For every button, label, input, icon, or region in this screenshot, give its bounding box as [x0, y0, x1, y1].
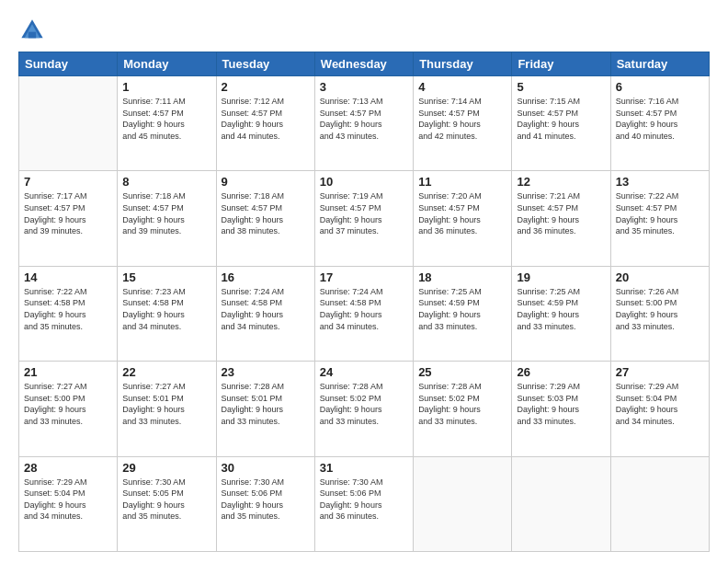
- day-info: Sunrise: 7:22 AM Sunset: 4:58 PM Dayligh…: [24, 286, 112, 332]
- day-cell: 24Sunrise: 7:28 AM Sunset: 5:02 PM Dayli…: [314, 362, 413, 456]
- day-cell: 9Sunrise: 7:18 AM Sunset: 4:57 PM Daylig…: [216, 171, 314, 266]
- day-number: 19: [517, 270, 605, 284]
- day-cell: 23Sunrise: 7:28 AM Sunset: 5:01 PM Dayli…: [216, 362, 314, 456]
- day-cell: 25Sunrise: 7:28 AM Sunset: 5:02 PM Dayli…: [414, 362, 512, 456]
- day-cell: 21Sunrise: 7:27 AM Sunset: 5:00 PM Dayli…: [19, 362, 118, 456]
- day-number: 30: [222, 461, 310, 475]
- day-cell: 28Sunrise: 7:29 AM Sunset: 5:04 PM Dayli…: [19, 456, 118, 551]
- weekday-header-wednesday: Wednesday: [314, 52, 413, 76]
- day-number: 21: [24, 365, 112, 379]
- day-info: Sunrise: 7:25 AM Sunset: 4:59 PM Dayligh…: [517, 286, 605, 332]
- weekday-header-monday: Monday: [118, 52, 216, 76]
- day-cell: 30Sunrise: 7:30 AM Sunset: 5:06 PM Dayli…: [216, 456, 314, 551]
- day-number: 27: [616, 365, 704, 379]
- day-number: 23: [222, 365, 310, 379]
- day-number: 22: [122, 365, 210, 379]
- day-cell: 1Sunrise: 7:11 AM Sunset: 4:57 PM Daylig…: [118, 76, 216, 171]
- day-info: Sunrise: 7:22 AM Sunset: 4:57 PM Dayligh…: [616, 190, 704, 236]
- day-number: 9: [222, 175, 310, 189]
- day-cell: 27Sunrise: 7:29 AM Sunset: 5:04 PM Dayli…: [610, 362, 709, 456]
- day-cell: [512, 456, 610, 551]
- day-cell: 8Sunrise: 7:18 AM Sunset: 4:57 PM Daylig…: [118, 171, 216, 266]
- day-number: 14: [24, 270, 112, 284]
- logo: [18, 17, 50, 44]
- day-info: Sunrise: 7:29 AM Sunset: 5:04 PM Dayligh…: [24, 477, 112, 523]
- day-number: 31: [320, 461, 408, 475]
- day-cell: 14Sunrise: 7:22 AM Sunset: 4:58 PM Dayli…: [19, 266, 118, 361]
- calendar-table: SundayMondayTuesdayWednesdayThursdayFrid…: [18, 52, 710, 552]
- day-info: Sunrise: 7:17 AM Sunset: 4:57 PM Dayligh…: [24, 190, 112, 236]
- day-info: Sunrise: 7:28 AM Sunset: 5:02 PM Dayligh…: [418, 381, 506, 427]
- day-info: Sunrise: 7:19 AM Sunset: 4:57 PM Dayligh…: [320, 190, 408, 236]
- weekday-header-tuesday: Tuesday: [216, 52, 314, 76]
- logo-icon: [18, 17, 46, 44]
- day-info: Sunrise: 7:11 AM Sunset: 4:57 PM Dayligh…: [122, 96, 210, 142]
- day-info: Sunrise: 7:12 AM Sunset: 4:57 PM Dayligh…: [222, 96, 310, 142]
- day-cell: 5Sunrise: 7:15 AM Sunset: 4:57 PM Daylig…: [512, 76, 610, 171]
- day-number: 6: [616, 80, 704, 94]
- header: [18, 17, 710, 44]
- day-info: Sunrise: 7:27 AM Sunset: 5:00 PM Dayligh…: [24, 381, 112, 427]
- day-cell: 31Sunrise: 7:30 AM Sunset: 5:06 PM Dayli…: [314, 456, 413, 551]
- day-cell: 17Sunrise: 7:24 AM Sunset: 4:58 PM Dayli…: [314, 266, 413, 361]
- day-number: 24: [320, 365, 408, 379]
- week-row-3: 14Sunrise: 7:22 AM Sunset: 4:58 PM Dayli…: [19, 266, 710, 361]
- day-cell: [610, 456, 709, 551]
- day-info: Sunrise: 7:23 AM Sunset: 4:58 PM Dayligh…: [122, 286, 210, 332]
- day-number: 12: [517, 175, 605, 189]
- day-number: 11: [418, 175, 506, 189]
- day-cell: 19Sunrise: 7:25 AM Sunset: 4:59 PM Dayli…: [512, 266, 610, 361]
- day-info: Sunrise: 7:28 AM Sunset: 5:01 PM Dayligh…: [222, 381, 310, 427]
- day-number: 29: [122, 461, 210, 475]
- day-info: Sunrise: 7:29 AM Sunset: 5:04 PM Dayligh…: [616, 381, 704, 427]
- day-info: Sunrise: 7:25 AM Sunset: 4:59 PM Dayligh…: [418, 286, 506, 332]
- day-info: Sunrise: 7:14 AM Sunset: 4:57 PM Dayligh…: [418, 96, 506, 142]
- day-info: Sunrise: 7:26 AM Sunset: 5:00 PM Dayligh…: [616, 286, 704, 332]
- day-info: Sunrise: 7:20 AM Sunset: 4:57 PM Dayligh…: [418, 190, 506, 236]
- day-cell: 16Sunrise: 7:24 AM Sunset: 4:58 PM Dayli…: [216, 266, 314, 361]
- day-number: 2: [222, 80, 310, 94]
- day-info: Sunrise: 7:16 AM Sunset: 4:57 PM Dayligh…: [616, 96, 704, 142]
- weekday-header-row: SundayMondayTuesdayWednesdayThursdayFrid…: [19, 52, 710, 76]
- week-row-1: 1Sunrise: 7:11 AM Sunset: 4:57 PM Daylig…: [19, 76, 710, 171]
- day-info: Sunrise: 7:18 AM Sunset: 4:57 PM Dayligh…: [222, 190, 310, 236]
- day-number: 17: [320, 270, 408, 284]
- day-number: 13: [616, 175, 704, 189]
- day-number: 16: [222, 270, 310, 284]
- day-info: Sunrise: 7:24 AM Sunset: 4:58 PM Dayligh…: [222, 286, 310, 332]
- day-cell: 26Sunrise: 7:29 AM Sunset: 5:03 PM Dayli…: [512, 362, 610, 456]
- day-cell: 11Sunrise: 7:20 AM Sunset: 4:57 PM Dayli…: [414, 171, 512, 266]
- weekday-header-friday: Friday: [512, 52, 610, 76]
- day-info: Sunrise: 7:27 AM Sunset: 5:01 PM Dayligh…: [122, 381, 210, 427]
- day-info: Sunrise: 7:15 AM Sunset: 4:57 PM Dayligh…: [517, 96, 605, 142]
- day-info: Sunrise: 7:13 AM Sunset: 4:57 PM Dayligh…: [320, 96, 408, 142]
- day-number: 10: [320, 175, 408, 189]
- day-info: Sunrise: 7:30 AM Sunset: 5:06 PM Dayligh…: [320, 477, 408, 523]
- day-info: Sunrise: 7:29 AM Sunset: 5:03 PM Dayligh…: [517, 381, 605, 427]
- day-number: 20: [616, 270, 704, 284]
- day-info: Sunrise: 7:21 AM Sunset: 4:57 PM Dayligh…: [517, 190, 605, 236]
- day-info: Sunrise: 7:24 AM Sunset: 4:58 PM Dayligh…: [320, 286, 408, 332]
- week-row-4: 21Sunrise: 7:27 AM Sunset: 5:00 PM Dayli…: [19, 362, 710, 456]
- day-cell: 15Sunrise: 7:23 AM Sunset: 4:58 PM Dayli…: [118, 266, 216, 361]
- day-cell: 7Sunrise: 7:17 AM Sunset: 4:57 PM Daylig…: [19, 171, 118, 266]
- day-number: 25: [418, 365, 506, 379]
- day-cell: 10Sunrise: 7:19 AM Sunset: 4:57 PM Dayli…: [314, 171, 413, 266]
- weekday-header-saturday: Saturday: [610, 52, 709, 76]
- day-cell: 20Sunrise: 7:26 AM Sunset: 5:00 PM Dayli…: [610, 266, 709, 361]
- day-cell: 13Sunrise: 7:22 AM Sunset: 4:57 PM Dayli…: [610, 171, 709, 266]
- day-cell: [19, 76, 118, 171]
- page: SundayMondayTuesdayWednesdayThursdayFrid…: [0, 0, 728, 563]
- day-number: 15: [122, 270, 210, 284]
- day-info: Sunrise: 7:18 AM Sunset: 4:57 PM Dayligh…: [122, 190, 210, 236]
- day-info: Sunrise: 7:28 AM Sunset: 5:02 PM Dayligh…: [320, 381, 408, 427]
- weekday-header-sunday: Sunday: [19, 52, 118, 76]
- svg-rect-2: [28, 32, 36, 39]
- day-number: 3: [320, 80, 408, 94]
- day-cell: 12Sunrise: 7:21 AM Sunset: 4:57 PM Dayli…: [512, 171, 610, 266]
- day-info: Sunrise: 7:30 AM Sunset: 5:05 PM Dayligh…: [122, 477, 210, 523]
- weekday-header-thursday: Thursday: [414, 52, 512, 76]
- week-row-5: 28Sunrise: 7:29 AM Sunset: 5:04 PM Dayli…: [19, 456, 710, 551]
- day-cell: 22Sunrise: 7:27 AM Sunset: 5:01 PM Dayli…: [118, 362, 216, 456]
- day-cell: [414, 456, 512, 551]
